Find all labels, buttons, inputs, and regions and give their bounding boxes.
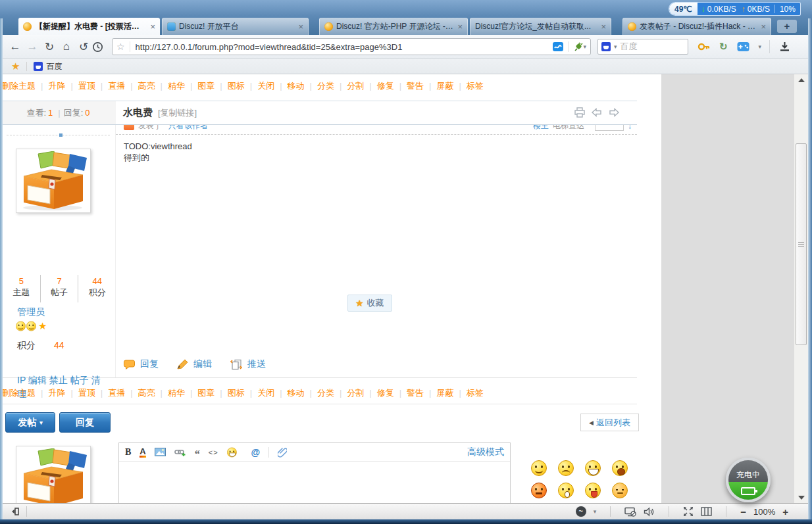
font-color-icon[interactable]: A (140, 447, 145, 458)
mod-link[interactable]: 图章 (197, 388, 227, 398)
mod-link[interactable]: 高亮 (138, 388, 168, 398)
quote-icon[interactable]: “ (195, 451, 200, 458)
vertical-scrollbar[interactable] (794, 74, 808, 503)
smiley-grin-icon[interactable] (585, 460, 601, 476)
mod-link[interactable]: 置顶 (78, 81, 108, 91)
mod-link[interactable]: 精华 (168, 81, 197, 91)
tab-close-icon[interactable]: × (150, 22, 155, 32)
smiley-picker-icon[interactable] (227, 447, 237, 457)
smiley-smile-icon[interactable] (531, 460, 547, 476)
zoom-in-button[interactable]: + (782, 506, 788, 517)
mute-speaker-icon[interactable] (644, 507, 655, 517)
bookmark-baidu[interactable]: 百度 (34, 61, 62, 72)
mod-link[interactable]: 屏蔽 (436, 388, 466, 398)
mod-link[interactable]: 修复 (377, 81, 407, 91)
mod-link[interactable]: 图标 (228, 81, 257, 91)
user-group-link[interactable]: 管理员 (17, 306, 45, 318)
reload-button[interactable]: ↻ (41, 40, 58, 54)
favorites-star-icon[interactable]: ★ (11, 60, 20, 72)
home-button[interactable]: ⌂ (58, 40, 75, 53)
favorite-button[interactable]: ★ 收藏 (347, 295, 392, 312)
zoom-out-button[interactable]: − (740, 506, 746, 517)
jump-icon[interactable]: ↓ (628, 125, 632, 131)
speed-mode-dropdown-icon[interactable]: ▾ (594, 508, 597, 515)
stat-cell[interactable]: 5 主题 (3, 275, 41, 302)
tab-new-post[interactable]: 发表帖子 - Discuz!-插件Hack - D... × (622, 18, 771, 35)
mod-link[interactable]: 标签 (467, 81, 484, 91)
charging-gadget[interactable]: 充电中 (726, 458, 771, 502)
reply-author-avatar[interactable] (16, 446, 91, 503)
tab-close-icon[interactable]: × (761, 22, 766, 32)
bold-icon[interactable]: B (125, 447, 131, 458)
search-placeholder[interactable]: 百度 (621, 41, 638, 53)
mod-link[interactable]: 直播 (108, 81, 138, 91)
mod-link[interactable]: 升降 (48, 388, 78, 398)
bookmark-page-star-icon[interactable]: ☆ (116, 41, 130, 52)
scrollbar-thumb[interactable] (796, 143, 807, 345)
quick-reply-editor[interactable]: B A “ <> @ 高级模式 (118, 442, 511, 503)
new-post-button[interactable]: 发帖 ▾ (5, 412, 55, 433)
mod-link[interactable]: 分类 (317, 388, 347, 398)
tab-close-icon[interactable]: × (457, 22, 463, 32)
tab-official-site[interactable]: Discuz! 官方站-PHP 开源论坛 - P... × (319, 18, 468, 35)
password-key-icon[interactable] (698, 41, 710, 53)
url-text[interactable]: http://127.0.0.1/forum.php?mod=viewthrea… (136, 42, 553, 52)
author-avatar[interactable] (16, 149, 91, 213)
smiley-angry-icon[interactable] (531, 483, 547, 498)
insert-link-icon[interactable] (174, 448, 186, 457)
tab-active-thread[interactable]: 【新提醒】水电费 - [投票活动]... × (18, 18, 160, 35)
editor-textarea[interactable] (119, 462, 510, 503)
smiley-yawn-icon[interactable] (612, 460, 628, 476)
mod-link[interactable]: 分类 (317, 81, 347, 91)
mod-link[interactable]: 图标 (228, 388, 257, 398)
tab-official-forum[interactable]: Discuz!官方论坛_发帖自动获取... × (470, 18, 611, 35)
page-block-icon[interactable] (624, 507, 636, 517)
smiley-shy-icon[interactable] (612, 483, 628, 498)
mod-link[interactable]: 关闭 (257, 81, 287, 91)
mod-link[interactable]: 关闭 (257, 388, 287, 398)
reply-button[interactable]: 回复 (59, 412, 111, 433)
proxy-refresh-icon[interactable]: ↻ (719, 41, 728, 53)
system-monitor-widget[interactable]: 49℃ ↓ 0.0KB/S ↑ 0KB/S 10% (669, 2, 801, 16)
mod-link[interactable]: 屏蔽 (436, 81, 466, 91)
advanced-mode-link[interactable]: 高级模式 (467, 446, 504, 458)
mod-link[interactable]: 删除主题 (3, 81, 48, 91)
smiley-sad-icon[interactable] (558, 460, 574, 476)
new-tab-button[interactable]: + (777, 20, 797, 33)
smiley-shocked-icon[interactable] (558, 483, 574, 498)
mod-link[interactable]: 直播 (108, 388, 138, 398)
mod-link[interactable]: 移动 (288, 388, 317, 398)
mention-icon[interactable]: @ (251, 447, 261, 458)
back-to-list-button[interactable]: ◀ 返回列表 (580, 414, 639, 431)
speed-mode-icon[interactable]: ~ (576, 506, 586, 517)
only-author-link[interactable]: 只看该作者 (168, 125, 208, 131)
address-bar[interactable]: ☆ http://127.0.0.1/forum.php?mod=viewthr… (112, 38, 591, 55)
scroll-up-button[interactable] (794, 74, 809, 85)
search-engine-dropdown-icon[interactable]: ▾ (614, 43, 617, 50)
mod-link[interactable]: 标签 (467, 388, 484, 398)
mod-link[interactable]: 分割 (347, 388, 376, 398)
mod-link[interactable]: 移动 (288, 81, 317, 91)
download-icon[interactable] (779, 41, 790, 52)
copy-link[interactable]: [复制链接] (158, 107, 197, 119)
forward-button[interactable]: → (24, 40, 41, 53)
tools-dropdown-icon[interactable]: ▾ (759, 43, 762, 50)
search-box[interactable]: ▾ 百度 (597, 39, 688, 55)
push-action-link[interactable]: 推送 (247, 358, 266, 370)
mod-link[interactable]: 图章 (197, 81, 227, 91)
extension-dropdown-icon[interactable]: ▾ (583, 43, 586, 50)
prev-thread-icon[interactable] (591, 107, 603, 118)
code-icon[interactable]: <> (209, 448, 218, 456)
share-icon[interactable] (552, 41, 564, 52)
attachment-paperclip-icon[interactable] (278, 447, 287, 458)
tab-open-platform[interactable]: Discuz! 开放平台 × (162, 18, 309, 35)
mod-link[interactable]: 删除主题 (3, 388, 48, 398)
mod-link[interactable]: 精华 (168, 388, 197, 398)
fullscreen-icon[interactable] (683, 506, 694, 517)
history-clock-icon[interactable] (92, 41, 109, 53)
insert-image-icon[interactable] (155, 448, 166, 456)
tab-close-icon[interactable]: × (298, 22, 303, 32)
collapse-handle[interactable] (59, 133, 63, 137)
reader-columns-icon[interactable] (701, 507, 712, 516)
scroll-down-button[interactable] (794, 492, 809, 503)
